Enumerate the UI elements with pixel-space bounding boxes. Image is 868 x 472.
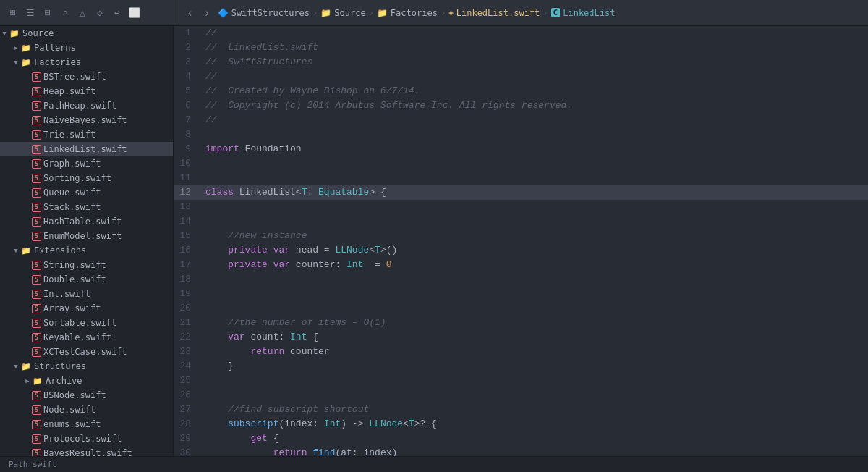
sidebar-item-int[interactable]: SInt.swift [0,287,173,301]
swift-file-icon: S [32,145,41,154]
expand-arrow[interactable]: ▼ [12,247,20,254]
tree-item-label: Queue.swift [43,187,101,198]
line-content: //the number of items – O(1) [203,316,868,330]
sidebar-item-xctestcase[interactable]: SXCTestCase.swift [0,345,173,359]
swift-file-icon: S [32,290,41,299]
comment-icon[interactable]: ⬜ [127,6,142,20]
sidebar-item-array[interactable]: SArray.swift [0,301,173,316]
back-icon[interactable]: ↩ [110,6,124,20]
sidebar-item-node[interactable]: SNode.swift [0,403,173,417]
sidebar-item-keyable[interactable]: SKeyable.swift [0,330,173,345]
sidebar-item-double[interactable]: SDouble.swift [0,272,173,287]
line-content [203,127,868,142]
breadcrumb-source[interactable]: Source [334,8,365,18]
expand-arrow[interactable]: ▼ [0,30,9,37]
swift-file-icon: S [32,159,41,169]
sidebar-item-linkedlist[interactable]: SLinkedList.swift [0,142,173,156]
breadcrumb-icon-class: C [551,8,561,17]
sidebar-item-enummodel[interactable]: SEnumModel.swift [0,229,173,243]
sidebar-item-extensions[interactable]: ▼📁Extensions [0,243,173,258]
sidebar-item-factories[interactable]: ▼📁Factories [0,55,173,69]
sidebar-item-bstree[interactable]: SBSTree.swift [0,69,173,84]
sidebar-item-pathheap[interactable]: SPathHeap.swift [0,98,173,113]
sidebar-item-hashtable[interactable]: SHashTable.swift [0,214,173,229]
breadcrumb-factories[interactable]: Factories [391,8,438,18]
hierarchy-icon[interactable]: ⊟ [41,6,55,20]
tree-item-label: Protocols.swift [43,434,122,444]
list-icon[interactable]: ☰ [23,6,38,20]
file-navigator[interactable]: ▼📁Source▶📁Patterns▼📁FactoriesSBSTree.swi… [0,26,174,456]
breadcrumb-file[interactable]: LinkedList.swift [456,8,540,18]
code-line-18: 18 [174,272,868,287]
sidebar-item-patterns[interactable]: ▶📁Patterns [0,41,173,55]
folder-icon: 📁 [32,376,43,386]
line-number: 8 [174,127,203,142]
tree-item-label: BayesResult.swift [43,448,132,456]
swift-file-icon: S [32,333,41,342]
expand-arrow[interactable]: ▼ [12,363,20,370]
sidebar-item-bsnode[interactable]: SBSNode.swift [0,388,173,403]
sidebar-item-structures[interactable]: ▼📁Structures [0,359,173,374]
tree-item-label: Int.swift [43,289,90,299]
grid-icon[interactable]: ⊞ [6,6,20,20]
line-number: 30 [174,446,203,456]
search-icon[interactable]: ⌕ [58,6,72,20]
sidebar-item-bayesresult[interactable]: SBayesResult.swift [0,446,173,456]
sidebar-item-enums[interactable]: Senums.swift [0,417,173,431]
line-number: 4 [174,69,203,84]
sidebar-item-heap[interactable]: SHeap.swift [0,84,173,98]
code-line-28: 28 subscript(index: Int) -> LLNode<T>? { [174,417,868,431]
swift-file-icon: S [32,304,41,313]
line-number: 6 [174,98,203,113]
folder-icon: 📁 [20,362,32,371]
line-content [203,272,868,287]
breadcrumb-project[interactable]: SwiftStructures [231,8,310,18]
line-content: subscript(index: Int) -> LLNode<T>? { [203,417,868,431]
breadcrumb-class[interactable]: LinkedList [563,8,615,18]
folder-icon: 📁 [20,58,32,67]
line-number: 17 [174,258,203,272]
status-bar: Path swift [0,456,868,472]
nav-forward-button[interactable]: › [200,5,213,21]
sidebar-item-string[interactable]: SString.swift [0,258,173,272]
folder-icon: 📁 [9,29,20,38]
expand-arrow[interactable]: ▼ [12,59,20,66]
line-number: 10 [174,156,203,171]
sidebar-item-trie[interactable]: STrie.swift [0,127,173,142]
code-editor[interactable]: 1//2// LinkedList.swift3// SwiftStructur… [174,26,868,456]
sidebar-item-source[interactable]: ▼📁Source [0,26,173,41]
sidebar-item-protocols[interactable]: SProtocols.swift [0,431,173,446]
sidebar-item-sortable[interactable]: SSortable.swift [0,316,173,330]
line-number: 9 [174,142,203,156]
line-content [203,214,868,229]
swift-file-icon: S [32,72,41,82]
line-number: 22 [174,330,203,345]
breadcrumb-icon-file: ◈ [448,8,454,17]
status-path: Path swift [9,460,56,469]
sidebar-item-archive[interactable]: ▶📁Archive [0,374,173,388]
swift-file-icon: S [32,347,41,357]
sidebar-item-queue[interactable]: SQueue.swift [0,185,173,200]
sidebar-item-stack[interactable]: SStack.swift [0,200,173,214]
expand-arrow[interactable]: ▶ [12,44,20,51]
line-content [203,171,868,185]
line-number: 28 [174,417,203,431]
line-number: 5 [174,84,203,98]
code-line-26: 26 [174,388,868,403]
code-line-6: 6// Copyright (c) 2014 Arbutus Software … [174,98,868,113]
sidebar-item-sorting[interactable]: SSorting.swift [0,171,173,185]
line-content: return counter [203,345,868,359]
code-line-16: 16 private var head = LLNode<T>() [174,243,868,258]
warning-icon[interactable]: △ [75,6,90,20]
line-content [203,287,868,301]
bookmark-icon[interactable]: ◇ [93,6,107,20]
expand-arrow[interactable]: ▶ [23,377,32,384]
nav-back-button[interactable]: ‹ [184,5,196,21]
line-number: 18 [174,272,203,287]
tree-item-label: Stack.swift [43,202,101,212]
line-content: var count: Int { [203,330,868,345]
sidebar-item-naivebayes[interactable]: SNaiveBayes.swift [0,113,173,127]
line-number: 11 [174,171,203,185]
swift-file-icon: S [32,449,41,457]
sidebar-item-graph[interactable]: SGraph.swift [0,156,173,171]
